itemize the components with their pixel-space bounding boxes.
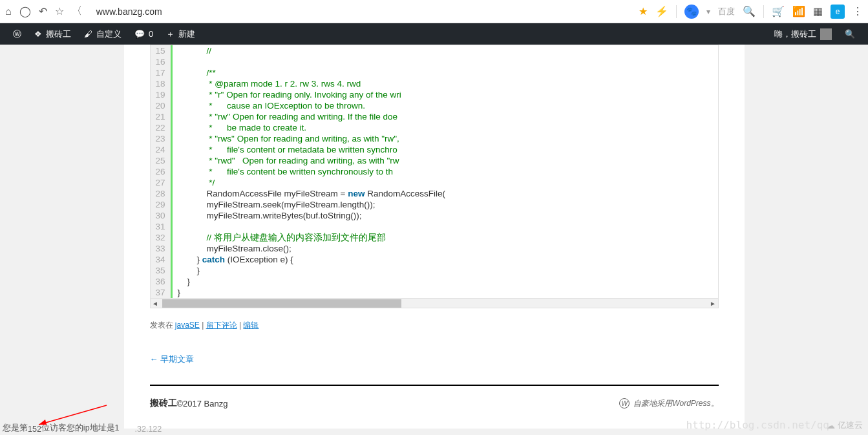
wordpress-icon: W bbox=[619, 398, 630, 408]
footer-title: 搬砖工 bbox=[150, 398, 177, 409]
search-engine-label: 百度 bbox=[718, 6, 735, 17]
brush-icon: 🖌 bbox=[84, 29, 92, 39]
separator bbox=[676, 5, 677, 18]
code-scrollbar[interactable]: ◄ ► bbox=[150, 299, 719, 308]
wp-new[interactable]: ＋新建 bbox=[160, 23, 202, 45]
dashboard-icon: ❖ bbox=[34, 29, 42, 39]
scroll-thumb[interactable] bbox=[162, 299, 401, 308]
wp-search[interactable]: 🔍 bbox=[838, 23, 862, 45]
wp-greeting[interactable]: 嗨，搬砖工 bbox=[768, 23, 838, 45]
search-icon[interactable]: 🔍 bbox=[743, 5, 756, 17]
avatar bbox=[820, 28, 832, 40]
wordpress-icon: ⓦ bbox=[13, 28, 21, 40]
chevron-down-icon[interactable]: ▾ bbox=[706, 7, 710, 16]
line-gutter: 1516171819202122232425262728293031323334… bbox=[151, 45, 173, 298]
wp-comments[interactable]: 💬0 bbox=[128, 23, 160, 45]
wp-admin-bar: ⓦ ❖搬砖工 🖌自定义 💬0 ＋新建 嗨，搬砖工 🔍 bbox=[0, 23, 868, 45]
comment-icon: 💬 bbox=[134, 29, 145, 39]
csdn-watermark: http://blog.csdn.net/qq bbox=[686, 419, 829, 431]
back-icon[interactable]: 〈 bbox=[72, 5, 82, 18]
yisu-watermark: ☁亿速云 bbox=[827, 419, 863, 431]
more-icon[interactable]: ⋮ bbox=[852, 5, 863, 17]
article: 1516171819202122232425262728293031323334… bbox=[124, 45, 745, 429]
category-link[interactable]: javaSE bbox=[175, 321, 200, 330]
footer-copy: ©2017 Banzg bbox=[177, 399, 228, 408]
meta-prefix: 发表在 bbox=[150, 321, 175, 330]
qr-icon[interactable]: ▦ bbox=[813, 5, 823, 17]
wifi-icon[interactable]: 📶 bbox=[792, 5, 805, 17]
powered-by-wp[interactable]: W 自豪地采用WordPress。 bbox=[619, 398, 718, 409]
post-meta: 发表在 javaSE | 留下评论 | 编辑 bbox=[150, 320, 719, 331]
older-posts-link[interactable]: ← 早期文章 bbox=[150, 354, 195, 364]
browser-right-controls: 🐾 ▾ 百度 🔍 🛒 📶 ▦ e ⋮ bbox=[684, 5, 863, 19]
undo-icon[interactable]: ↶ bbox=[39, 5, 47, 17]
favorite-star-icon[interactable]: ★ bbox=[639, 5, 648, 17]
cloud-icon: ☁ bbox=[827, 421, 835, 430]
ie-icon[interactable]: e bbox=[831, 5, 845, 19]
star-outline-icon[interactable]: ☆ bbox=[55, 5, 64, 17]
separator bbox=[763, 5, 764, 18]
wp-site-link[interactable]: ❖搬砖工 bbox=[28, 23, 78, 45]
edit-link[interactable]: 编辑 bbox=[243, 321, 259, 330]
home-icon[interactable]: ⌂ bbox=[5, 6, 12, 17]
flash-icon[interactable]: ⚡ bbox=[655, 5, 668, 17]
leave-comment-link[interactable]: 留下评论 bbox=[206, 321, 237, 330]
scroll-left-arrow[interactable]: ◄ bbox=[151, 299, 160, 308]
scroll-right-arrow[interactable]: ► bbox=[708, 299, 718, 308]
browser-toolbar: ⌂ ◯ ↶ ☆ 〈 www.banzg.com ★ ⚡ 🐾 ▾ 百度 🔍 🛒 📶… bbox=[0, 0, 868, 23]
wp-logo[interactable]: ⓦ bbox=[6, 23, 28, 45]
cart-icon[interactable]: 🛒 bbox=[772, 5, 785, 17]
search-icon: 🔍 bbox=[845, 29, 855, 39]
older-posts-nav: ← 早期文章 bbox=[150, 354, 719, 365]
plus-icon: ＋ bbox=[166, 28, 175, 40]
wp-customize[interactable]: 🖌自定义 bbox=[78, 23, 128, 45]
url-text: www.banzg.com bbox=[96, 6, 162, 17]
refresh-icon[interactable]: ◯ bbox=[19, 5, 31, 17]
code-lines: // /** * @param mode 1. r 2. rw 3. rws 4… bbox=[173, 45, 451, 298]
code-block: 1516171819202122232425262728293031323334… bbox=[150, 45, 719, 299]
address-bar[interactable]: www.banzg.com bbox=[90, 4, 631, 19]
baidu-paw-icon[interactable]: 🐾 bbox=[684, 5, 699, 19]
page-content: 1516171819202122232425262728293031323334… bbox=[0, 45, 868, 435]
